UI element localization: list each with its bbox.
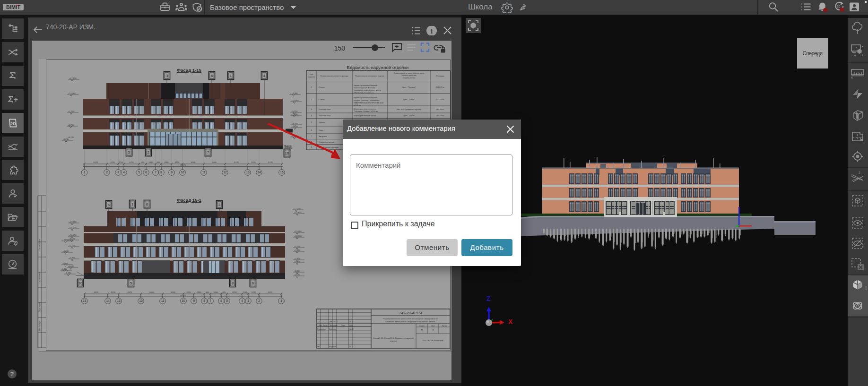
svg-text:Стены: Стены — [319, 86, 325, 88]
svg-text:Штукатурка по утеплителю: Штукатурка по утеплителю — [354, 108, 376, 110]
svg-text:+7.850: +7.850 — [62, 239, 69, 241]
svg-text:6370: 6370 — [268, 291, 273, 293]
svg-text:04.22: 04.22 — [349, 346, 354, 348]
svg-text:1: 1 — [851, 174, 853, 177]
svg-text:№док.: №док. — [333, 325, 338, 326]
svg-text:Стадия: Стадия — [419, 325, 425, 327]
svg-text:t=100 мм: t=100 мм — [354, 104, 361, 106]
svg-text:+0/nd: +0/nd — [62, 262, 68, 265]
svg-text:11: 11 — [161, 299, 165, 302]
svg-text:+0.020: +0.020 — [68, 265, 74, 267]
svg-text:1: 1 — [230, 74, 232, 78]
svg-text:2: 2 — [258, 299, 260, 302]
svg-text:+3.750: +3.750 — [69, 257, 76, 259]
svg-text:+4.350: +4.350 — [294, 257, 301, 260]
svg-text:3120: 3120 — [110, 161, 115, 163]
svg-text:+11.570: +11.570 — [69, 226, 77, 229]
svg-text:Z: Z — [486, 295, 491, 302]
svg-text:Изм: Изм — [330, 321, 332, 323]
svg-text:6000: 6000 — [149, 291, 154, 293]
svg-text:1: 1 — [131, 202, 134, 206]
svg-text:6: 6 — [146, 202, 148, 206]
svg-text:Инв. № подл.: Инв. № подл. — [39, 320, 41, 331]
svg-text:i: i — [431, 27, 433, 35]
svg-text:Цвет - серый: Цвет - серый — [404, 115, 415, 117]
svg-text:-1.380: -1.380 — [65, 272, 71, 274]
svg-text:3: 3 — [117, 171, 119, 174]
svg-text:+10.050: +10.050 — [69, 234, 77, 236]
svg-text:2488,22 м²: 2488,22 м² — [436, 86, 445, 88]
svg-text:+8.250: +8.250 — [291, 110, 298, 112]
svg-text:4: 4 — [108, 203, 110, 207]
svg-text:6: 6 — [211, 74, 213, 78]
svg-text:1: 1 — [84, 171, 86, 174]
svg-text:3: 3 — [166, 74, 168, 78]
svg-text:Кол.уч: Кол.уч — [323, 325, 328, 326]
svg-text:ГАП: ГАП — [317, 346, 321, 348]
svg-text:+3.150: +3.150 — [294, 260, 301, 263]
svg-text:+0.120: +0.120 — [68, 136, 74, 138]
svg-text:3: 3 — [247, 299, 249, 302]
svg-text:Стены: Стены — [319, 98, 325, 101]
svg-text:2: 2 — [106, 171, 108, 174]
svg-text:2: 2 — [148, 150, 150, 154]
svg-text:Разработал: Разработал — [317, 328, 326, 330]
svg-text:Участки стен: Участки стен — [319, 108, 331, 111]
svg-text:Столичного жилого района в Инд: Столичного жилого района в Индустриально… — [385, 321, 435, 323]
svg-text:4: 4 — [123, 171, 125, 174]
svg-text:+17.250: +17.250 — [69, 77, 77, 79]
svg-text:2D: 2D — [10, 121, 16, 126]
svg-text:-0.020: -0.020 — [61, 268, 68, 270]
svg-text:образец колера: образец колера — [403, 77, 415, 79]
svg-text:5: 5 — [130, 281, 132, 285]
svg-text:7: 7 — [155, 171, 156, 174]
svg-text:5: 5 — [319, 321, 320, 323]
svg-text:741-20-АР.ГЧ: 741-20-АР.ГЧ — [399, 311, 422, 315]
svg-text:отделки: отделки — [308, 76, 315, 78]
svg-text:Лист: Лист — [431, 325, 435, 327]
svg-text:эталона цвета или: эталона цвета или — [402, 75, 417, 77]
svg-text:+7.250: +7.250 — [69, 244, 76, 247]
svg-text:6000: 6000 — [191, 161, 196, 163]
svg-text:4: 4 — [241, 299, 243, 302]
svg-text:6: 6 — [252, 281, 254, 285]
svg-text:13: 13 — [117, 299, 121, 302]
svg-text:2880: 2880 — [164, 161, 169, 163]
svg-text:ООО "АСПЭК-Интерстрой": ООО "АСПЭК-Интерстрой" — [423, 340, 444, 342]
svg-text:Курбатов: Курбатов — [329, 328, 336, 330]
svg-text:5: 5 — [226, 299, 228, 302]
svg-text:3120: 3120 — [111, 291, 116, 293]
svg-text:13: 13 — [246, 171, 250, 174]
svg-text:+3.750: +3.750 — [68, 124, 74, 126]
svg-text:6370: 6370 — [94, 291, 99, 293]
svg-text:630: 630 — [141, 161, 145, 163]
svg-text:6000: 6000 — [171, 291, 175, 293]
svg-text:П: П — [421, 329, 422, 332]
svg-text:Утеплитель KNAUF INSULATION: Утеплитель KNAUF INSULATION — [354, 90, 381, 92]
svg-text:Согласовано: Согласовано — [38, 272, 41, 283]
svg-text:"Технофас Оптима" t=130 мм: "Технофас Оптима" t=130 мм — [354, 111, 378, 112]
svg-text:5540: 5540 — [148, 161, 153, 163]
svg-text:10: 10 — [837, 5, 841, 8]
svg-text:3120: 3120 — [186, 291, 191, 293]
svg-text:Штукатурка мокрый гранит: Штукатурка мокрый гранит — [354, 115, 376, 117]
svg-text:5540: 5540 — [214, 291, 218, 293]
svg-text:3: 3 — [218, 203, 221, 207]
svg-text:+7.550: +7.550 — [68, 110, 75, 112]
svg-text:Поз.: Поз. — [310, 73, 313, 76]
svg-text:150: 150 — [334, 44, 346, 52]
svg-text:Фасад 15-1: Фасад 15-1 — [177, 197, 201, 203]
svg-text:+17.250: +17.250 — [293, 207, 301, 210]
svg-text:8: 8 — [232, 281, 234, 285]
svg-text:+12.980: +12.980 — [290, 92, 298, 94]
svg-text:04.22: 04.22 — [349, 328, 354, 330]
svg-text:RAL 9011 (графитно-черный): RAL 9011 (графитно-черный) — [397, 109, 421, 111]
svg-text:Согласовано: Согласовано — [38, 239, 41, 250]
svg-text:3120: 3120 — [175, 161, 180, 163]
svg-text:10: 10 — [182, 299, 185, 302]
svg-text:14: 14 — [257, 171, 261, 174]
svg-text:684,99 м²: 684,99 м² — [436, 109, 444, 111]
svg-text:04.22: 04.22 — [349, 321, 353, 323]
svg-text:Подп. и дата: Подп. и дата — [39, 302, 41, 312]
svg-text:колотый грубый "Альтаир": колотый грубый "Альтаир" — [354, 87, 376, 89]
